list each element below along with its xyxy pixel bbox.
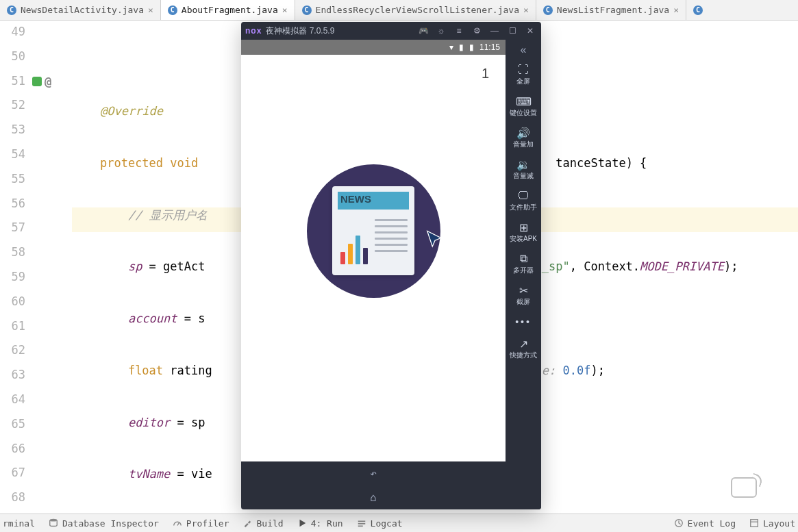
svg-line-1 (177, 522, 179, 525)
tab-label: NewsDetailActivity.java (21, 5, 144, 15)
tab-endlessrecycler[interactable]: C EndlessRecyclerViewScrollListener.java… (295, 0, 536, 20)
screenshot-button[interactable]: ✂ 截屏 (506, 283, 541, 307)
newspaper-icon: NEWS (332, 186, 414, 275)
logcat-tool[interactable]: Logcat (357, 518, 403, 529)
tab-newslistfragment[interactable]: C NewsListFragment.java × (536, 0, 686, 20)
gauge-icon (173, 518, 182, 528)
java-class-icon: C (693, 5, 703, 15)
corner-number: 1 (482, 66, 489, 81)
profiler-tool[interactable]: Profiler (173, 518, 229, 529)
home-icon[interactable]: ⌂ (370, 491, 377, 504)
monitor-icon: 🖵 (506, 189, 541, 203)
multi-icon: ⧉ (506, 252, 541, 266)
close-icon[interactable]: × (523, 5, 529, 15)
tab-newsdetail[interactable]: C NewsDetailActivity.java × (0, 0, 161, 20)
close-icon[interactable]: × (673, 5, 679, 15)
emulator-brand: nox (245, 26, 262, 36)
svg-rect-2 (358, 521, 365, 522)
text-lines-icon (375, 215, 408, 256)
rotate-device-button[interactable] (731, 477, 757, 498)
svg-rect-3 (358, 523, 365, 524)
logcat-icon (357, 518, 366, 528)
java-class-icon: C (302, 5, 312, 15)
sun-icon[interactable]: ☼ (434, 24, 448, 38)
run-tool[interactable]: 4: Run (297, 518, 343, 529)
java-class-icon: C (543, 5, 553, 15)
keyboard-icon: ⌨ (506, 94, 541, 108)
clock: 11:15 (479, 42, 500, 52)
database-icon (49, 518, 58, 528)
emulator-title: 夜神模拟器 7.0.5.9 (266, 25, 334, 37)
hammer-icon (242, 518, 252, 528)
eventlog-icon (674, 518, 684, 528)
scissors-icon: ✂ (506, 283, 541, 297)
emulator-window[interactable]: nox 夜神模拟器 7.0.5.9 🎮 ☼ ≡ ⚙ — ☐ ✕ ▾ ▮ ▮ 11… (241, 22, 541, 509)
java-class-icon: C (168, 5, 177, 15)
volume-up-button[interactable]: 🔊 音量加 (506, 126, 541, 149)
install-apk-button[interactable]: ⊞ 安装APK (506, 220, 541, 244)
news-label: NEWS (340, 193, 371, 205)
shortcut-icon: ↗ (506, 337, 541, 351)
close-icon[interactable]: ✕ (523, 24, 537, 38)
tab-aboutfragment[interactable]: C AboutFragment.java × (161, 0, 295, 20)
layout-icon (749, 518, 759, 528)
battery-icon: ▮ (469, 42, 474, 52)
more-icon: ••• (506, 315, 541, 329)
svg-rect-4 (358, 526, 362, 527)
emulator-sidebar: « ⛶ 全屏 ⌨ 键位设置 🔊 音量加 🔉 音量减 🖵 文件助手 (506, 40, 541, 509)
phone-screen[interactable]: ▾ ▮ ▮ 11:15 1 NEWS (241, 40, 506, 509)
tab-label: AboutFragment.java (182, 5, 278, 15)
fullscreen-icon: ⛶ (506, 63, 541, 77)
implements-icon[interactable] (32, 77, 42, 86)
keymap-button[interactable]: ⌨ 键位设置 (506, 94, 541, 118)
tab-label: EndlessRecyclerViewScrollListener.java (316, 5, 519, 15)
close-icon[interactable]: × (148, 5, 153, 15)
gutter-marks: @ (31, 21, 72, 514)
rotate-icon (731, 477, 757, 498)
gear-icon[interactable]: ⚙ (470, 24, 484, 38)
news-app-icon[interactable]: NEWS (307, 164, 440, 298)
terminal-tool[interactable]: rminal (3, 518, 35, 529)
fullscreen-button[interactable]: ⛶ 全屏 (506, 63, 541, 86)
collapse-sidebar-icon[interactable]: « (518, 41, 529, 59)
java-class-icon: C (7, 5, 16, 15)
multi-instance-button[interactable]: ⧉ 多开器 (506, 252, 541, 275)
status-bar: rminal Database Inspector Profiler Build… (0, 514, 798, 532)
phone-app-content[interactable]: 1 NEWS (241, 55, 506, 461)
db-inspector-tool[interactable]: Database Inspector (49, 518, 159, 529)
svg-rect-6 (751, 520, 758, 527)
tab-label: NewsListFragment.java (557, 5, 669, 15)
menu-icon[interactable]: ≡ (452, 24, 466, 38)
line-gutter: 495051525354 555657585960 616263646566 6… (0, 21, 31, 514)
emulator-titlebar[interactable]: nox 夜神模拟器 7.0.5.9 🎮 ☼ ≡ ⚙ — ☐ ✕ (241, 22, 541, 40)
build-tool[interactable]: Build (242, 518, 283, 529)
svg-point-0 (50, 519, 58, 522)
maximize-icon[interactable]: ☐ (506, 24, 519, 38)
phone-status-bar: ▾ ▮ ▮ 11:15 (241, 40, 506, 55)
tab-more[interactable]: C (686, 0, 710, 20)
volume-down-button[interactable]: 🔉 音量减 (506, 157, 541, 181)
more-button[interactable]: ••• (506, 315, 541, 329)
wifi-icon: ▾ (449, 42, 453, 52)
gamepad-icon[interactable]: 🎮 (416, 24, 430, 38)
apk-icon: ⊞ (506, 220, 541, 234)
phone-nav-bar: ↶ ⌂ (241, 461, 506, 509)
volume-up-icon: 🔊 (506, 126, 541, 140)
signal-icon: ▮ (459, 42, 464, 52)
play-icon (297, 518, 307, 528)
override-icon[interactable]: @ (43, 75, 53, 88)
emulator-body: ▾ ▮ ▮ 11:15 1 NEWS (241, 40, 541, 509)
back-icon[interactable]: ↶ (370, 467, 377, 480)
layout-inspector-tool[interactable]: Layout (749, 518, 795, 529)
close-icon[interactable]: × (282, 5, 288, 15)
eventlog-tool[interactable]: Event Log (674, 518, 736, 529)
volume-down-icon: 🔉 (506, 157, 541, 171)
shortcut-button[interactable]: ↗ 快捷方式 (506, 337, 541, 360)
editor-tabs: C NewsDetailActivity.java × C AboutFragm… (0, 0, 798, 21)
bar-chart-icon (340, 236, 368, 264)
file-helper-button[interactable]: 🖵 文件助手 (506, 189, 541, 212)
minimize-icon[interactable]: — (488, 24, 501, 38)
